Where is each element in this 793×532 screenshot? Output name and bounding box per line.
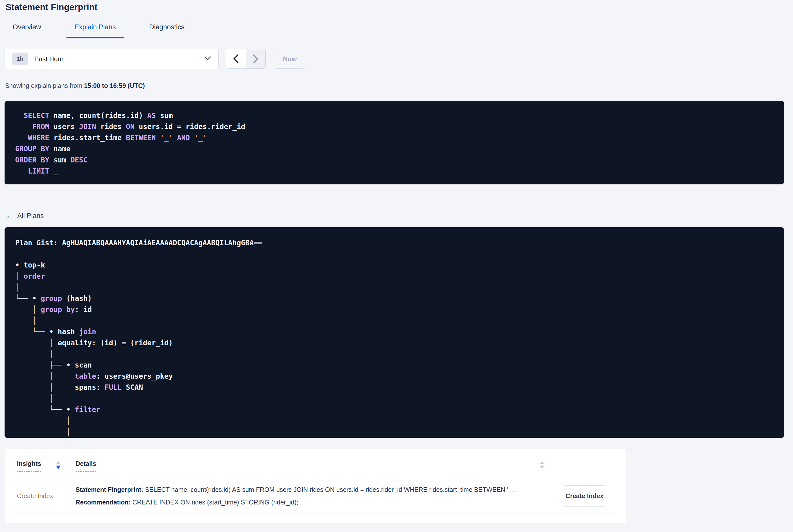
column-header-details[interactable]: Details xyxy=(76,460,96,472)
sort-icon-details[interactable] xyxy=(540,461,545,469)
column-header-insights[interactable]: Insights xyxy=(17,460,41,472)
create-index-button[interactable]: Create Index xyxy=(563,485,606,507)
sort-asc-triangle xyxy=(540,461,545,464)
showing-range: 15:00 to 16:59 (UTC) xyxy=(84,82,145,89)
showing-prefix: Showing explain plans from xyxy=(5,82,84,89)
time-range-label: Past Hour xyxy=(34,55,64,63)
insights-table-card: Insights Details Create Index Statement … xyxy=(4,449,626,524)
insight-type-link[interactable]: Create Index xyxy=(17,492,76,500)
showing-range-text: Showing explain plans from 15:00 to 16:5… xyxy=(4,82,789,90)
next-interval-button[interactable] xyxy=(246,49,265,69)
all-plans-link[interactable]: ← All Plans xyxy=(4,212,44,220)
previous-interval-button[interactable] xyxy=(226,49,246,69)
tab-explain-plans[interactable]: Explain Plans xyxy=(74,23,116,38)
all-plans-label: All Plans xyxy=(17,212,44,220)
time-nav-group xyxy=(226,49,266,69)
statement-fingerprint-line: Statement Fingerprint: SELECT name, coun… xyxy=(76,483,551,496)
statement-fingerprint-page: Statement Fingerprint Overview Explain P… xyxy=(0,0,793,524)
page-title: Statement Fingerprint xyxy=(4,0,789,12)
sql-statement-block: SELECT name, count(rides.id) AS sum FROM… xyxy=(4,101,784,185)
plan-gist-block: Plan Gist: AgHUAQIABQAAAHYAQIAiAEAAAADCQ… xyxy=(4,227,784,438)
sort-asc-triangle xyxy=(56,461,61,464)
sort-desc-triangle xyxy=(540,466,545,469)
time-selector-row: 1h Past Hour Now xyxy=(4,49,789,69)
insights-table-header: Insights Details xyxy=(5,449,626,472)
chevron-down-icon xyxy=(204,56,211,62)
back-arrow-icon: ← xyxy=(5,212,14,220)
now-button[interactable]: Now xyxy=(275,49,305,69)
interval-badge: 1h xyxy=(12,53,28,65)
insight-details: Statement Fingerprint: SELECT name, coun… xyxy=(76,483,563,509)
tab-overview[interactable]: Overview xyxy=(12,23,42,38)
sort-icon-insights[interactable] xyxy=(56,461,61,469)
table-row-divider xyxy=(12,514,615,514)
sort-desc-triangle xyxy=(56,466,61,469)
tab-diagnostics[interactable]: Diagnostics xyxy=(149,23,185,38)
tab-bar: Overview Explain Plans Diagnostics xyxy=(4,23,788,38)
recommendation-line: Recommendation: CREATE INDEX ON rides (s… xyxy=(76,496,551,509)
time-range-dropdown[interactable]: 1h Past Hour xyxy=(4,49,219,69)
table-row: Create Index Statement Fingerprint: SELE… xyxy=(5,477,626,509)
